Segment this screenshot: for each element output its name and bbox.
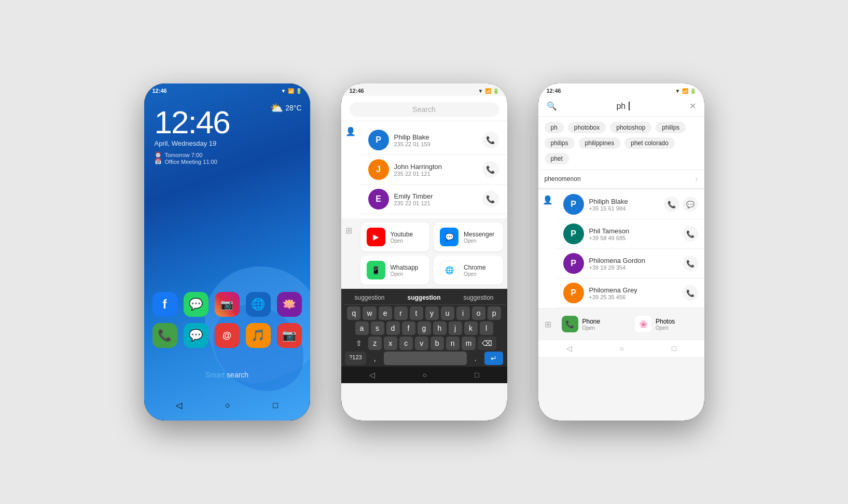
key-m[interactable]: m [462,337,476,350]
contact-item-philip[interactable]: P Philip Blake 235 22 01 159 📞 [360,125,507,155]
clear-button[interactable]: ✕ [689,101,696,111]
key-f[interactable]: f [402,321,415,335]
key-a[interactable]: a [355,321,369,335]
nav-back-3[interactable]: ◁ [566,344,572,353]
key-period[interactable]: . [469,352,482,365]
call-btn-phil[interactable]: 📞 [683,226,698,242]
app-email[interactable]: @ [215,323,240,348]
weather-temp: 28°C [285,104,301,112]
nav-home[interactable]: ○ [225,401,230,410]
key-z[interactable]: z [368,337,382,350]
chip-philips2[interactable]: philips [545,137,575,149]
call-btn-philomena-grey[interactable]: 📞 [683,285,698,301]
key-y[interactable]: y [425,306,439,320]
avatar-philip: P [368,130,389,150]
result-phil[interactable]: P Phil Tameson +39 58 49 685 📞 [557,219,704,249]
nav-back-2[interactable]: ◁ [369,371,375,379]
call-btn-philomena-g[interactable]: 📞 [683,256,698,271]
key-x[interactable]: x [384,337,397,350]
key-l[interactable]: l [480,321,493,335]
nav-recent-2[interactable]: □ [475,371,479,379]
app-lotus[interactable]: 🪷 [277,292,302,317]
chip-ph[interactable]: ph [545,122,564,133]
expand-arrow[interactable]: › [695,174,698,184]
app-phone[interactable]: 📞 [152,323,177,348]
avatar-philiph: P [563,194,584,215]
smart-search-label[interactable]: Smart search [205,371,248,379]
key-backspace[interactable]: ⌫ [478,337,496,350]
reminder-widget: ⏰ Tomorrow 7:00 📅 Office Meeting 11:00 [144,147,310,169]
nav-back[interactable]: ◁ [176,400,182,410]
key-b[interactable]: b [430,337,444,350]
call-btn-philip[interactable]: 📞 [482,132,499,148]
app-whatsapp[interactable]: 💬 [184,292,208,317]
key-q[interactable]: q [347,306,360,320]
key-num[interactable]: ?123 [345,352,366,365]
key-u[interactable]: u [441,306,454,320]
chip-philips1[interactable]: philips [656,122,686,133]
key-s[interactable]: s [371,321,384,335]
key-space[interactable] [384,352,467,365]
contact-info-emily: Emily Timber 235 22 01 121 [394,192,477,206]
contact-item-john[interactable]: J John Harrington 235 22 01 121 📞 [360,155,507,185]
key-g[interactable]: g [418,321,431,335]
key-comma[interactable]: , [368,352,382,365]
call-btn-john[interactable]: 📞 [482,161,499,178]
chip-phet[interactable]: phet [545,153,569,164]
app-facebook[interactable]: f [152,292,177,317]
phone-1: 12:46 ▼ 📶 🔋 12:46 April, Wednesday 19 ⛅ … [144,83,310,421]
key-t[interactable]: t [410,306,423,320]
app-instagram[interactable]: 📷 [215,292,240,317]
app-card-chrome[interactable]: 🌐 Chrome Open [434,256,503,285]
key-k[interactable]: k [464,321,478,335]
app-card-youtube[interactable]: ▶ Youtube Open [360,222,430,251]
key-w[interactable]: w [363,306,376,320]
result-philomena-grey[interactable]: P Philomena Grey +39 25 35 456 📞 [557,278,704,308]
call-btn-philiph[interactable]: 📞 [664,197,679,212]
call-btn-emily[interactable]: 📞 [482,191,499,207]
keyboard-row-1: q w e r t y u i o p [343,306,505,320]
nav-recent[interactable]: □ [273,401,278,410]
app-card-whatsapp[interactable]: 📱 Whatsapp Open [360,256,430,285]
chip-philippines[interactable]: philippines [579,137,621,149]
search-input-3[interactable]: ph [561,102,685,111]
nav-home-2[interactable]: ○ [423,371,427,379]
app-camera[interactable]: 📷 [277,323,302,348]
messenger-icon: 💬 [440,228,458,246]
nav-bar-3: ◁ ○ □ [538,340,704,357]
key-c[interactable]: c [399,337,413,350]
key-enter[interactable]: ↵ [484,352,503,365]
contact-info-john: John Harrington 235 22 01 121 [394,163,477,177]
key-h[interactable]: h [433,321,447,335]
key-r[interactable]: r [394,306,408,320]
app-messages[interactable]: 💬 [184,323,208,348]
key-i[interactable]: i [456,306,470,320]
wifi-icon: 📶 [288,88,294,94]
key-o[interactable]: o [472,306,485,320]
key-p[interactable]: p [488,306,501,320]
chip-phenomenon[interactable]: phenomenon [545,173,581,185]
app-card-messenger[interactable]: 💬 Messenger Open [434,222,503,251]
result-philomena-g[interactable]: P Philomena Gordon +39 19 29 354 📞 [557,249,704,278]
app-card-photos[interactable]: 🌸 Photos Open [629,312,698,337]
chip-phet-colorado[interactable]: phet colorado [624,137,675,149]
clock-display-3: 12:46 [547,88,561,94]
msg-btn-philiph[interactable]: 💬 [683,197,698,212]
chip-photoshop[interactable]: photoshop [610,122,651,133]
key-n[interactable]: n [446,337,460,350]
key-shift[interactable]: ⇧ [352,337,366,350]
key-j[interactable]: j [449,321,462,335]
app-browser[interactable]: 🌐 [246,292,271,317]
phenomenon-row[interactable]: phenomenon › [538,170,704,188]
search-bar[interactable]: Search [350,102,499,117]
key-d[interactable]: d [386,321,400,335]
result-philiph[interactable]: P Philiph Blake +39 15 61 984 📞 💬 [557,190,704,219]
key-e[interactable]: e [379,306,392,320]
chip-photobox[interactable]: photobox [568,122,606,133]
contact-item-emily[interactable]: E Emily Timber 235 22 01 121 📞 [360,185,507,214]
nav-recent-3[interactable]: □ [672,344,676,353]
app-card-phone[interactable]: 📞 Phone Open [555,312,625,337]
nav-home-3[interactable]: ○ [620,344,624,353]
key-v[interactable]: v [415,337,428,350]
app-music[interactable]: 🎵 [246,323,271,348]
